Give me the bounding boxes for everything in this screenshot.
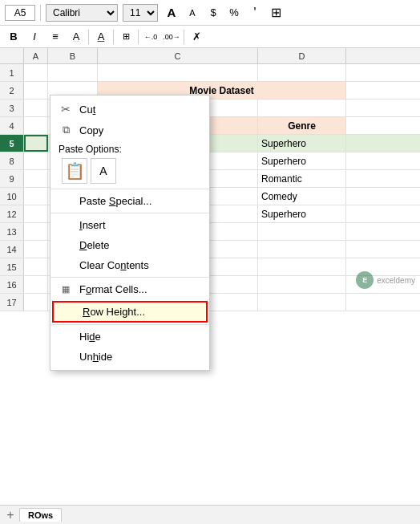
cell-d4-genre[interactable]: Genre xyxy=(258,117,346,134)
merge-cells-button[interactable]: ⊞ xyxy=(117,28,135,46)
add-sheet-button[interactable]: + xyxy=(3,508,18,522)
context-menu-copy[interactable]: ⧉ Copy xyxy=(50,120,209,140)
context-menu-unhide[interactable]: Unhide xyxy=(50,347,209,367)
cell-a14[interactable] xyxy=(24,241,48,258)
context-menu-paste-special[interactable]: Paste Special... xyxy=(50,191,209,211)
cell-d15[interactable] xyxy=(258,258,346,275)
paste-values-button[interactable]: A xyxy=(91,158,116,184)
row-num-9: 9 xyxy=(0,170,24,187)
cell-d5-genre[interactable]: Superhero xyxy=(258,135,346,152)
decrease-font-icon[interactable]: A xyxy=(184,4,201,22)
context-menu: ✂ Cut ⧉ Copy Paste Options: 📋 A Paste Sp… xyxy=(50,95,210,371)
cell-a10[interactable] xyxy=(24,188,48,205)
paste-icon-button[interactable]: 📋 xyxy=(62,158,87,184)
cell-d9-genre[interactable]: Romantic xyxy=(258,170,346,187)
cell-a1[interactable] xyxy=(24,64,48,81)
row-num-12: 12 xyxy=(0,205,24,222)
ctx-separator-1 xyxy=(50,189,209,189)
context-menu-cut[interactable]: ✂ Cut xyxy=(50,99,209,120)
cell-c1[interactable] xyxy=(98,64,258,81)
increase-decimal-button[interactable]: .00→ xyxy=(163,28,180,46)
percent-icon[interactable]: % xyxy=(225,4,243,22)
cell-a9[interactable] xyxy=(24,170,48,187)
cell-d13[interactable] xyxy=(258,223,346,240)
cell-a5[interactable] xyxy=(24,135,48,152)
italic-button[interactable]: I xyxy=(26,28,43,46)
cut-icon: ✂ xyxy=(59,103,73,116)
cell-a13[interactable] xyxy=(24,223,48,240)
font-size-select[interactable]: 11 xyxy=(123,4,158,22)
row-num-2: 2 xyxy=(0,82,24,99)
clear-format-button[interactable]: ✗ xyxy=(188,28,205,46)
col-header-a[interactable]: A xyxy=(24,48,48,64)
watermark-text: exceldemy xyxy=(377,276,415,285)
format-cells-icon: ▦ xyxy=(59,284,73,294)
tab-bar: + ROws xyxy=(0,505,420,524)
cell-a8[interactable] xyxy=(24,152,48,169)
cell-d10-genre[interactable]: Comedy xyxy=(258,188,346,205)
col-header-b[interactable]: B xyxy=(48,48,98,64)
row-num-10: 10 xyxy=(0,188,24,205)
dollar-icon[interactable]: $ xyxy=(204,4,222,22)
decrease-decimal-button[interactable]: ←.0 xyxy=(142,28,160,46)
toolbar-separator xyxy=(40,5,41,21)
unhide-label: Unhide xyxy=(79,351,200,363)
spreadsheet: A B C D 1 2 Movie Dataset 3 4 Actor Genr… xyxy=(0,48,420,311)
ctx-separator-2 xyxy=(50,213,209,213)
cell-d16[interactable] xyxy=(258,276,346,293)
sheet-tab-rows[interactable]: ROws xyxy=(19,508,62,522)
cell-d3[interactable] xyxy=(258,100,346,116)
fmt-separator-2 xyxy=(113,30,114,44)
cell-a12[interactable] xyxy=(24,205,48,222)
row-num-14: 14 xyxy=(0,241,24,258)
row-num-15: 15 xyxy=(0,258,24,275)
fmt-separator-3 xyxy=(138,30,139,44)
cell-a4[interactable] xyxy=(24,117,48,134)
cell-d17[interactable] xyxy=(258,294,346,311)
cell-a16[interactable] xyxy=(24,276,48,293)
context-menu-delete[interactable]: Delete xyxy=(50,235,209,255)
context-menu-insert[interactable]: Insert xyxy=(50,215,209,235)
toolbar-bottom: B I ≡ A A ⊞ ←.0 .00→ ✗ xyxy=(0,26,420,48)
context-menu-clear-contents[interactable]: Clear Contents xyxy=(50,255,209,275)
fmt-separator-4 xyxy=(184,30,184,44)
cell-a15[interactable] xyxy=(24,258,48,275)
cell-b1[interactable] xyxy=(48,64,98,81)
cell-d14[interactable] xyxy=(258,241,346,258)
font-color-button[interactable]: A xyxy=(92,28,110,46)
row-num-16: 16 xyxy=(0,276,24,293)
borders-icon[interactable]: ⊞ xyxy=(267,4,285,22)
cell-a2[interactable] xyxy=(24,82,48,99)
row-num-3: 3 xyxy=(0,100,24,116)
col-header-c[interactable]: C xyxy=(98,48,258,64)
context-menu-hide[interactable]: Hide xyxy=(50,327,209,347)
column-header-row: A B C D xyxy=(0,48,420,64)
row-height-label: Row Height... xyxy=(83,306,198,318)
cell-reference-box[interactable] xyxy=(5,5,35,21)
comma-icon[interactable]: ' xyxy=(246,4,264,22)
highlight-color-button[interactable]: A xyxy=(67,28,85,46)
col-header-d[interactable]: D xyxy=(258,48,346,64)
cell-a3[interactable] xyxy=(24,100,48,116)
align-button[interactable]: ≡ xyxy=(46,28,64,46)
cell-a17[interactable] xyxy=(24,294,48,311)
toolbar-top: Calibri 11 A A $ % ' ⊞ xyxy=(0,0,420,26)
row-num-17: 17 xyxy=(0,294,24,311)
watermark: E exceldemy xyxy=(356,271,415,289)
paste-options-section: Paste Options: 📋 A xyxy=(50,140,209,187)
row-num-5: 5 xyxy=(0,135,24,152)
increase-font-icon[interactable]: A xyxy=(163,4,180,22)
row-num-header-empty xyxy=(0,48,24,63)
clear-contents-label: Clear Contents xyxy=(79,259,200,271)
font-name-select[interactable]: Calibri xyxy=(46,4,118,22)
cell-d12-genre[interactable]: Superhero xyxy=(258,205,346,222)
delete-label: Delete xyxy=(79,239,200,251)
paste-options-icons: 📋 A xyxy=(59,158,201,184)
row-num-1: 1 xyxy=(0,64,24,81)
context-menu-format-cells[interactable]: ▦ Format Cells... xyxy=(50,279,209,299)
table-row: 1 xyxy=(0,64,420,82)
cell-d8-genre[interactable]: Superhero xyxy=(258,152,346,169)
bold-button[interactable]: B xyxy=(5,28,22,46)
context-menu-row-height[interactable]: Row Height... xyxy=(52,301,208,323)
cell-d1[interactable] xyxy=(258,64,346,81)
